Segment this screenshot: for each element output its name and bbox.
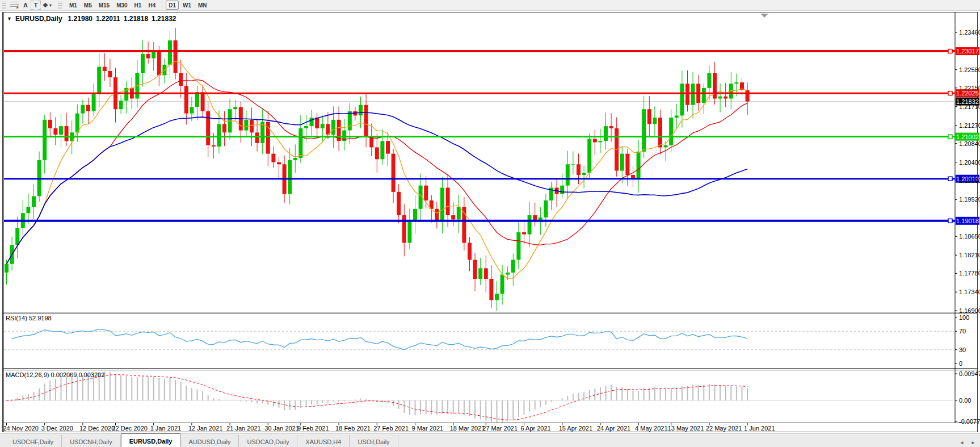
svg-text:1.19960: 1.19960 (959, 177, 980, 184)
date-tick-label: 9 Mar 2021 (412, 425, 444, 432)
svg-text:1.18650: 1.18650 (959, 233, 980, 240)
date-tick-label: 30 Jan 2021 (264, 425, 299, 432)
quote-low: 1.21818 (124, 15, 148, 23)
quote-high: 1.22011 (96, 15, 120, 23)
symbol-tab-usdcad[interactable]: USDCAD,Daily (239, 435, 297, 447)
svg-text:1.23017: 1.23017 (956, 48, 979, 55)
symbol-tab-usdcnh[interactable]: USDCNH,Daily (62, 435, 121, 447)
timeframe-button-m15[interactable]: M15 (96, 1, 112, 10)
svg-text:1.23460: 1.23460 (959, 29, 980, 36)
date-tick-label: 24 Apr 2021 (597, 425, 630, 432)
svg-text:1.19018: 1.19018 (956, 218, 979, 224)
svg-text:0.00: 0.00 (959, 397, 971, 404)
timeframe-group: M1M5M15M30H1H4D1W1MN (66, 1, 210, 10)
arrows-icon[interactable]: ❖ ▾ (41, 1, 53, 10)
svg-text:1.19520: 1.19520 (959, 196, 980, 203)
svg-text:0: 0 (959, 360, 962, 367)
svg-text:1.21710: 1.21710 (959, 103, 980, 110)
svg-text:100: 100 (959, 314, 969, 321)
quote-close: 1.21832 (152, 15, 176, 23)
svg-text:1.22150: 1.22150 (959, 85, 980, 91)
macd-indicator-label: MACD(12,26,9) 0.002069 0.003202 (6, 371, 104, 378)
svg-text:1.21270: 1.21270 (959, 122, 980, 129)
symbol-tab-eurusd[interactable]: EURUSD,Daily (121, 433, 181, 447)
tabs-scroll-right[interactable]: ► (969, 438, 978, 447)
rsi-indicator-label: RSI(14) 52.9198 (6, 315, 52, 321)
arrows-glyph: ❖ (43, 2, 48, 9)
date-tick-label: 22 May 2021 (706, 425, 742, 432)
chart-title: ▼ EURUSD,Daily 1.21980 1.22011 1.21818 1… (7, 15, 176, 23)
svg-text:1.20400: 1.20400 (959, 159, 980, 166)
chevron-down-icon: ▾ (49, 3, 52, 8)
date-tick-label: 9 Feb 2021 (297, 425, 329, 432)
top-toolbar: F A T ❖ ▾ M1M5M15M30H1H4D1W1MN (0, 0, 980, 11)
svg-text:1.17340: 1.17340 (959, 289, 980, 295)
timeframe-button-d1[interactable]: D1 (166, 1, 179, 10)
date-tick-label: 18 Feb 2021 (335, 425, 371, 432)
date-tick-label: 21 Jan 2021 (226, 425, 261, 432)
svg-text:1.22580: 1.22580 (959, 66, 980, 73)
symbol-tab-usdchf[interactable]: USDCHF,Daily (5, 435, 62, 447)
svg-text:-0.007778: -0.007778 (959, 418, 980, 425)
timeframe-button-m5[interactable]: M5 (81, 1, 95, 10)
date-tick-label: 12 Dec 2020 (79, 425, 115, 432)
chart-symbol-label: EURUSD,Daily (15, 15, 62, 23)
toolbar-grip[interactable] (2, 2, 6, 9)
chart-window: 1.230171.220251.210021.200101.190181.218… (0, 11, 980, 433)
date-tick-label: 24 Nov 2020 (3, 425, 39, 432)
symbol-tab-audusd[interactable]: AUDUSD,Daily (180, 435, 239, 447)
chart-canvas[interactable]: 1.230171.220251.210021.200101.190181.218… (0, 11, 980, 433)
date-tick-label: 15 Apr 2021 (559, 425, 592, 432)
svg-text:70: 70 (959, 328, 966, 335)
svg-text:30: 30 (959, 346, 966, 353)
date-tick-label: 13 May 2021 (668, 425, 704, 432)
date-tick-label: 4 May 2021 (635, 425, 667, 432)
date-tick-label: 6 Apr 2021 (521, 425, 551, 432)
timeframe-button-m1[interactable]: M1 (66, 1, 80, 10)
tabs-holder: USDCHF,DailyUSDCNH,DailyEURUSD,DailyAUDU… (5, 435, 398, 447)
date-tick-label: 3 Dec 2020 (41, 425, 73, 432)
quote-open: 1.21980 (68, 15, 92, 23)
timeframe-button-h1[interactable]: H1 (132, 1, 145, 10)
date-tick-label: 1 Jun 2021 (744, 425, 775, 432)
fibonacci-icon[interactable]: F (8, 1, 20, 10)
symbol-tab-bar: USDCHF,DailyUSDCNH,DailyEURUSD,DailyAUDU… (0, 433, 980, 447)
timeframe-button-w1[interactable]: W1 (180, 1, 194, 10)
svg-text:0.009478: 0.009478 (959, 370, 980, 377)
collapse-ohlc-icon[interactable]: ▼ (7, 16, 12, 22)
toolbar-grip-2[interactable] (58, 2, 62, 9)
trading-app: F A T ❖ ▾ M1M5M15M30H1H4D1W1MN 1.230171.… (0, 0, 980, 447)
timeframe-button-m30[interactable]: M30 (113, 1, 130, 10)
symbol-tab-xauusd[interactable]: XAUUSD,H4 (297, 435, 350, 447)
text-icon[interactable]: T (31, 1, 41, 10)
svg-text:1.16900: 1.16900 (959, 307, 980, 314)
timeframe-button-mn[interactable]: MN (195, 1, 210, 10)
date-tick-label: 27 Feb 2021 (373, 425, 409, 432)
date-tick-label: 1 Jan 2021 (150, 425, 181, 432)
svg-text:1.17780: 1.17780 (959, 270, 980, 277)
toolbar-separator (162, 1, 162, 9)
symbol-tab-usoil[interactable]: USOil,Daily (350, 435, 398, 447)
text-label-icon[interactable]: A (20, 1, 31, 10)
date-tick-label: 12 Jan 2021 (188, 425, 223, 432)
svg-text:1.20840: 1.20840 (959, 140, 980, 147)
svg-text:1.18210: 1.18210 (959, 252, 980, 258)
date-tick-label: 22 Dec 2020 (112, 425, 148, 432)
date-tick-label: 27 Mar 2021 (482, 425, 518, 432)
tabs-scroll-left[interactable]: ◄ (957, 438, 966, 447)
timeframe-button-h4[interactable]: H4 (145, 1, 158, 10)
svg-text:1.21002: 1.21002 (956, 133, 979, 140)
date-tick-label: 18 Mar 2021 (450, 425, 485, 432)
